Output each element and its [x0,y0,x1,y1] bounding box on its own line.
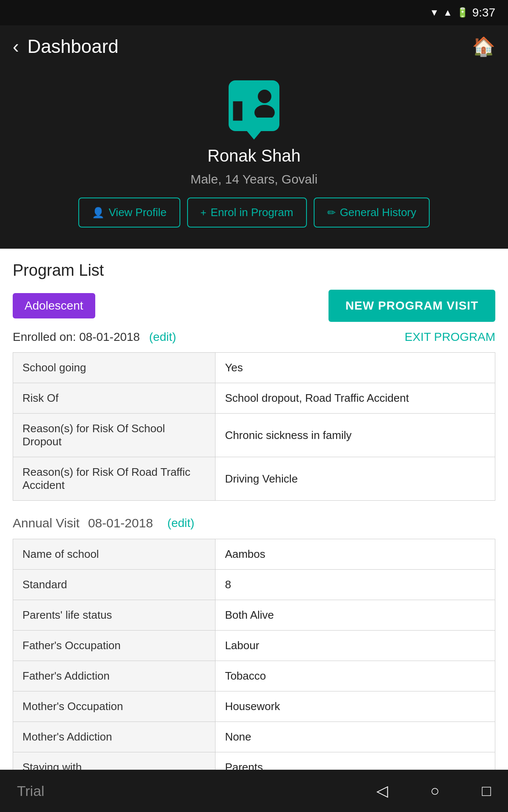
table-row: Risk OfSchool dropout, Road Traffic Acci… [13,383,495,414]
status-icons: ▼ ▲ 🔋 9:37 [430,6,495,19]
table-cell-value: Yes [215,353,495,383]
program-header: Adolescent NEW PROGRAM VISIT [13,290,495,322]
table-row: Parents' life statusBoth Alive [13,600,495,631]
table-cell-label: Reason(s) for Risk Of School Dropout [13,414,215,457]
table-cell-label: Name of school [13,539,215,570]
avatar-pointer [246,129,262,140]
annual-visit-section: Annual Visit 08-01-2018 (edit) Name of s… [13,516,495,812]
table-cell-value: Labour [215,631,495,661]
avatar: ▮ [229,80,279,140]
table-row: School goingYes [13,353,495,383]
table-cell-value: Chronic sickness in family [215,414,495,457]
table-cell-value: Aambos [215,539,495,570]
bottom-nav: Trial ◁ ○ □ [0,770,508,812]
annual-visit-header: Annual Visit 08-01-2018 (edit) [13,516,495,530]
table-cell-value: Both Alive [215,600,495,631]
enrol-icon: + [201,207,207,219]
recent-nav-icon[interactable]: □ [482,782,491,800]
view-profile-label: View Profile [109,206,167,219]
svg-point-0 [258,90,271,103]
table-row: Reason(s) for Risk Of School DropoutChro… [13,414,495,457]
program-tag: Adolescent [13,293,95,318]
table-row: Mother's OccupationHousework [13,691,495,722]
history-label: General History [340,206,417,219]
general-history-button[interactable]: ✏ General History [314,198,430,228]
annual-visit-title: Annual Visit [13,516,80,530]
battery-icon: 🔋 [457,7,468,18]
table-cell-label: School going [13,353,215,383]
enrolled-label: Enrolled on: 08-01-2018 [13,330,143,343]
status-time: 9:37 [472,6,496,19]
enrollment-data-table: School goingYesRisk OfSchool dropout, Ro… [13,352,495,501]
table-row: Name of schoolAambos [13,539,495,570]
view-profile-icon: 👤 [92,207,105,219]
profile-section: ▮ Ronak Shah Male, 14 Years, Govali 👤 Vi… [0,68,508,249]
table-row: Standard8 [13,570,495,600]
history-icon: ✏ [327,207,336,219]
top-bar: ‹ Dashboard 🏠 [0,25,508,68]
table-row: Father's OccupationLabour [13,631,495,661]
page-title: Dashboard [28,36,119,57]
svg-point-1 [254,105,275,118]
table-cell-label: Reason(s) for Risk Of Road Traffic Accid… [13,457,215,501]
table-cell-value: Driving Vehicle [215,457,495,501]
new-program-visit-button[interactable]: NEW PROGRAM VISIT [329,290,495,322]
table-cell-value: School dropout, Road Traffic Accident [215,383,495,414]
top-bar-left: ‹ Dashboard [13,36,119,57]
profile-name: Ronak Shah [207,146,301,165]
wifi-icon: ▼ [430,7,439,18]
table-cell-label: Father's Addiction [13,661,215,691]
profile-subtitle: Male, 14 Years, Govali [190,172,318,187]
table-cell-label: Mother's Occupation [13,691,215,722]
table-row: Father's AddictionTobacco [13,661,495,691]
back-button[interactable]: ‹ [13,37,19,56]
trial-label: Trial [17,783,44,799]
table-cell-label: Mother's Addiction [13,722,215,752]
table-cell-label: Father's Occupation [13,631,215,661]
table-cell-label: Risk Of [13,383,215,414]
exit-program-link[interactable]: EXIT PROGRAM [405,330,495,344]
main-content: Program List Adolescent NEW PROGRAM VISI… [0,249,508,812]
enrol-label: Enrol in Program [211,206,293,219]
table-row: Reason(s) for Risk Of Road Traffic Accid… [13,457,495,501]
view-profile-button[interactable]: 👤 View Profile [78,198,180,228]
enrolled-row: Enrolled on: 08-01-2018 (edit) EXIT PROG… [13,330,495,344]
home-button[interactable]: 🏠 [472,36,495,58]
enrolled-date: 08-01-2018 [79,330,140,343]
table-cell-label: Parents' life status [13,600,215,631]
table-cell-value: 8 [215,570,495,600]
nav-icons: ◁ ○ □ [376,782,491,800]
annual-visit-date: 08-01-2018 [88,516,153,530]
table-cell-value: Housework [215,691,495,722]
avatar-background: ▮ [229,80,279,131]
table-row: Mother's AddictionNone [13,722,495,752]
status-bar: ▼ ▲ 🔋 9:37 [0,0,508,25]
program-list-title: Program List [13,261,495,280]
annual-visit-edit-link[interactable]: (edit) [167,516,194,530]
table-cell-value: Tobacco [215,661,495,691]
table-cell-label: Standard [13,570,215,600]
enrol-program-button[interactable]: + Enrol in Program [187,198,307,228]
home-nav-icon[interactable]: ○ [431,782,440,800]
table-cell-value: None [215,722,495,752]
back-nav-icon[interactable]: ◁ [376,782,388,800]
enrolled-info: Enrolled on: 08-01-2018 (edit) [13,330,176,344]
program-list-section: Program List Adolescent NEW PROGRAM VISI… [13,261,495,501]
enrollment-edit-link[interactable]: (edit) [149,330,176,343]
action-buttons: 👤 View Profile + Enrol in Program ✏ Gene… [70,193,439,232]
signal-icon: ▲ [443,7,453,18]
person-icon: ▮ [231,88,277,123]
